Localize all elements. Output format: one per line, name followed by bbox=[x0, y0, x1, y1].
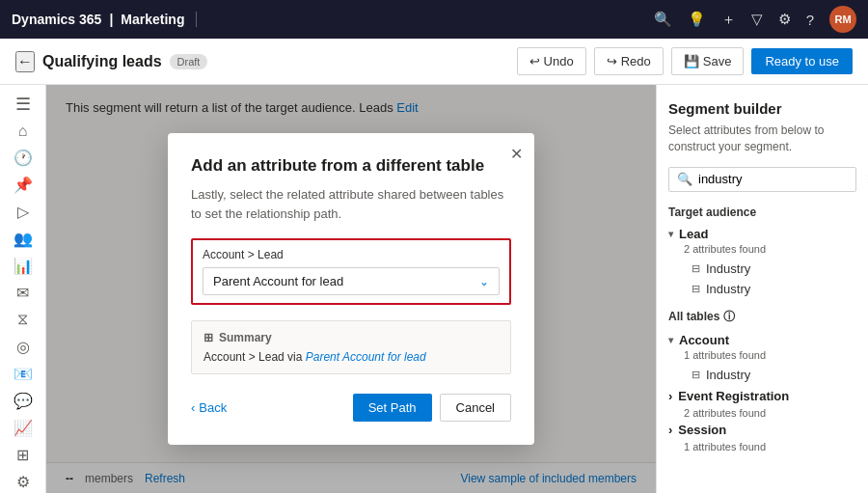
ready-to-use-button[interactable]: Ready to use bbox=[751, 48, 853, 74]
sidebar-icons: ☰ ⌂ 🕐 📌 ▷ 👥 📊 ✉ ⧖ ◎ 📧 💬 📈 ⊞ ⚙ bbox=[0, 85, 46, 493]
lead-section-toggle[interactable]: ▾ Lead bbox=[668, 225, 856, 243]
summary-header: ⊞ Summary bbox=[203, 331, 499, 344]
summary-italic-text: Parent Account for lead bbox=[306, 350, 426, 364]
info-icon: ⓘ bbox=[723, 310, 735, 323]
search-box: 🔍 ✕ bbox=[668, 167, 856, 192]
dropdown-label: Account > Lead bbox=[203, 248, 500, 261]
search-icon[interactable]: 🔍 bbox=[654, 11, 672, 28]
analytics-icon[interactable]: 📈 bbox=[6, 416, 41, 439]
table-icon: ⊟ bbox=[692, 262, 700, 275]
search-input[interactable] bbox=[698, 172, 860, 186]
main-layout: ☰ ⌂ 🕐 📌 ▷ 👥 📊 ✉ ⧖ ◎ 📧 💬 📈 ⊞ ⚙ This segme… bbox=[0, 85, 868, 493]
chevron-right-icon: › bbox=[668, 423, 672, 437]
session-count: 1 attributes found bbox=[684, 441, 856, 452]
all-tables-label: All tables ⓘ bbox=[668, 309, 856, 325]
chart-icon[interactable]: 📊 bbox=[6, 255, 41, 278]
play-icon[interactable]: ▷ bbox=[6, 201, 41, 224]
search-icon: 🔍 bbox=[677, 172, 692, 186]
account-section-toggle[interactable]: ▾ Account bbox=[668, 331, 856, 349]
back-button[interactable]: ← bbox=[15, 51, 35, 72]
summary-path: Account > Lead via bbox=[203, 350, 302, 364]
all-tables-section: All tables ⓘ ▾ Account 1 attributes foun… bbox=[668, 309, 856, 452]
gear-icon[interactable]: ⚙ bbox=[6, 470, 41, 493]
brand-separator: | bbox=[109, 12, 113, 27]
event-reg-label: Event Registration bbox=[678, 389, 789, 403]
module-name: Marketing bbox=[121, 12, 184, 27]
recent-icon[interactable]: 🕐 bbox=[6, 147, 41, 170]
back-button[interactable]: ‹ Back bbox=[191, 400, 227, 415]
save-label: Save bbox=[703, 54, 732, 68]
pin-icon[interactable]: 📌 bbox=[6, 174, 41, 197]
session-label: Session bbox=[678, 423, 726, 437]
account-industry: Industry bbox=[706, 368, 750, 382]
brand-name: Dynamics 365 bbox=[12, 12, 101, 27]
avatar[interactable]: RM bbox=[829, 6, 856, 33]
toolbar-actions: ↩ Undo ↪ Redo 💾 Save Ready to use bbox=[517, 47, 853, 75]
save-icon: 💾 bbox=[684, 54, 699, 68]
undo-button[interactable]: ↩ Undo bbox=[517, 47, 586, 75]
apps-icon[interactable]: ⊞ bbox=[6, 443, 41, 466]
page-title: Qualifying leads bbox=[42, 53, 162, 70]
chevron-down-icon: ▾ bbox=[668, 335, 673, 345]
toolbar: ← Qualifying leads Draft ↩ Undo ↪ Redo 💾… bbox=[0, 39, 868, 85]
attr-item[interactable]: ⊟ Industry bbox=[668, 279, 856, 299]
save-button[interactable]: 💾 Save bbox=[671, 47, 745, 75]
right-panel-subtitle: Select attributes from below to construc… bbox=[668, 123, 856, 155]
undo-icon: ↩ bbox=[529, 54, 540, 68]
event-reg-count: 2 attributes found bbox=[684, 407, 856, 419]
attr-industry-1: Industry bbox=[706, 261, 750, 276]
dropdown-value: Parent Account for lead bbox=[213, 274, 343, 288]
redo-label: Redo bbox=[621, 54, 651, 68]
modal-dialog: ✕ Add an attribute from a different tabl… bbox=[168, 133, 534, 445]
back-label: Back bbox=[199, 400, 227, 415]
set-path-button[interactable]: Set Path bbox=[353, 394, 432, 422]
session-toggle[interactable]: › Session bbox=[668, 419, 856, 441]
lightbulb-icon[interactable]: 💡 bbox=[688, 11, 706, 28]
modal-overlay: ✕ Add an attribute from a different tabl… bbox=[46, 85, 656, 493]
lead-label: Lead bbox=[679, 227, 708, 241]
help-icon[interactable]: ? bbox=[806, 12, 814, 28]
status-badge: Draft bbox=[170, 54, 208, 69]
redo-icon: ↪ bbox=[607, 54, 617, 68]
attr-item[interactable]: ⊟ Industry bbox=[668, 259, 856, 279]
right-panel-title: Segment builder bbox=[668, 100, 856, 117]
settings-icon[interactable]: ⚙ bbox=[778, 11, 791, 28]
account-attr-item[interactable]: ⊟ Industry bbox=[668, 365, 856, 385]
undo-label: Undo bbox=[544, 54, 574, 68]
account-label: Account bbox=[679, 333, 729, 347]
account-count: 1 attributes found bbox=[684, 349, 856, 361]
mail-icon[interactable]: 📧 bbox=[6, 362, 41, 385]
chevron-right-icon: › bbox=[668, 389, 672, 403]
top-nav-icons: 🔍 💡 ＋ ▽ ⚙ ? RM bbox=[654, 6, 856, 33]
relationship-dropdown[interactable]: Parent Account for lead ⌄ bbox=[203, 267, 500, 295]
summary-icon: ⊞ bbox=[203, 331, 213, 344]
speech-icon[interactable]: 💬 bbox=[6, 389, 41, 412]
redo-button[interactable]: ↪ Redo bbox=[594, 47, 664, 75]
content-area: This segment will return a list of the t… bbox=[46, 85, 656, 493]
target-icon[interactable]: ◎ bbox=[6, 335, 41, 358]
target-audience-label: Target audience bbox=[668, 205, 856, 219]
dropdown-group: Account > Lead Parent Account for lead ⌄ bbox=[191, 238, 511, 305]
email-icon[interactable]: ✉ bbox=[6, 282, 41, 305]
top-nav: Dynamics 365 | Marketing 🔍 💡 ＋ ▽ ⚙ ? RM bbox=[0, 0, 868, 39]
back-chevron-icon: ‹ bbox=[191, 400, 195, 415]
cancel-button[interactable]: Cancel bbox=[440, 394, 511, 422]
hamburger-icon[interactable]: ☰ bbox=[6, 93, 41, 116]
chevron-down-icon: ⌄ bbox=[479, 275, 489, 288]
table-icon: ⊟ bbox=[692, 283, 700, 295]
summary-title: Summary bbox=[219, 331, 272, 344]
lead-count: 2 attributes found bbox=[684, 243, 856, 255]
modal-right-buttons: Set Path Cancel bbox=[353, 394, 511, 422]
filter-icon[interactable]: ▽ bbox=[751, 11, 763, 28]
summary-text: Account > Lead via Parent Account for le… bbox=[203, 350, 499, 364]
summary-box: ⊞ Summary Account > Lead via Parent Acco… bbox=[191, 320, 511, 374]
filter-sidebar-icon[interactable]: ⧖ bbox=[6, 309, 41, 332]
chevron-down-icon: ▾ bbox=[668, 229, 673, 239]
plus-icon[interactable]: ＋ bbox=[721, 11, 736, 29]
people-icon[interactable]: 👥 bbox=[6, 228, 41, 251]
modal-description: Lastly, select the related attribute sha… bbox=[191, 185, 511, 223]
attr-industry-2: Industry bbox=[706, 282, 750, 296]
event-registration-toggle[interactable]: › Event Registration bbox=[668, 385, 856, 407]
modal-close-button[interactable]: ✕ bbox=[510, 145, 523, 163]
home-icon[interactable]: ⌂ bbox=[6, 120, 41, 143]
